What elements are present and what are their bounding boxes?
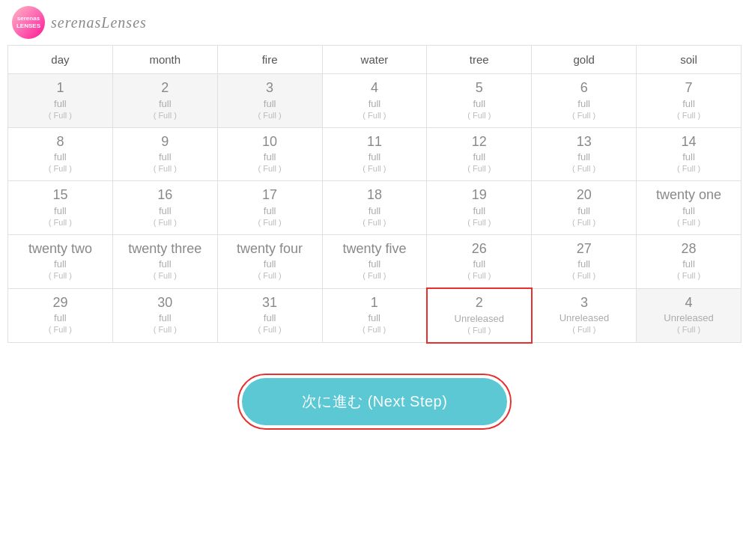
day-number: 8 (56, 134, 64, 150)
day-number: 2 (476, 295, 483, 311)
day-sub: ( Full ) (363, 111, 386, 120)
calendar-cell[interactable]: twenty threefull( Full ) (112, 234, 217, 288)
calendar-cell[interactable]: 19full( Full ) (427, 181, 532, 235)
day-number: 4 (685, 295, 693, 311)
day-sub: ( Full ) (467, 271, 491, 280)
calendar-cell[interactable]: 31full( Full ) (217, 288, 322, 343)
day-number: 2 (161, 80, 169, 97)
day-number: twenty two (28, 241, 92, 258)
calendar-cell[interactable]: 30full( Full ) (112, 288, 217, 343)
calendar-cell[interactable]: 6full( Full ) (532, 74, 637, 128)
next-step-button[interactable]: 次に進む (Next Step) (242, 378, 508, 425)
day-number: 19 (472, 187, 487, 204)
cell-inner: 2full( Full ) (118, 80, 213, 120)
day-label: full (159, 98, 172, 109)
day-label: full (473, 98, 485, 109)
day-number: 29 (52, 295, 67, 311)
calendar-cell[interactable]: 10full( Full ) (217, 127, 322, 181)
calendar-cell[interactable]: 3Unreleased( Full ) (532, 288, 637, 343)
calendar-cell[interactable]: 5full( Full ) (427, 74, 532, 128)
calendar-cell[interactable]: twenty twofull( Full ) (8, 234, 113, 288)
cell-inner: 10full( Full ) (222, 134, 318, 174)
cell-inner: twenty fivefull( Full ) (327, 241, 422, 281)
calendar-cell[interactable]: twenty fourfull( Full ) (217, 234, 322, 288)
calendar-body: 1full( Full )2full( Full )3full( Full )4… (8, 74, 742, 343)
calendar-cell[interactable]: 8full( Full ) (8, 127, 113, 181)
calendar-cell[interactable]: 1full( Full ) (8, 74, 113, 128)
day-sub: ( Full ) (572, 271, 595, 280)
calendar-cell[interactable]: 28full( Full ) (637, 234, 742, 288)
calendar-cell[interactable]: 29full( Full ) (8, 288, 113, 343)
calendar-cell[interactable]: 20full( Full ) (532, 181, 637, 235)
day-label: full (264, 312, 276, 323)
cell-inner: 1full( Full ) (13, 80, 108, 120)
calendar-row: 1full( Full )2full( Full )3full( Full )4… (8, 74, 742, 128)
day-sub: ( Full ) (258, 111, 282, 120)
calendar-cell[interactable]: 12full( Full ) (427, 127, 532, 181)
day-label: full (159, 151, 172, 162)
calendar-row: twenty twofull( Full )twenty threefull( … (8, 234, 742, 288)
day-label: full (264, 205, 276, 216)
calendar-cell[interactable]: 27full( Full ) (532, 234, 637, 288)
calendar-cell[interactable]: 16full( Full ) (112, 181, 217, 235)
day-sub: ( Full ) (258, 218, 282, 227)
calendar-cell[interactable]: 17full( Full ) (217, 181, 322, 235)
calendar-cell[interactable]: 14full( Full ) (637, 127, 742, 181)
day-number: 9 (161, 134, 169, 150)
day-sub: ( Full ) (677, 164, 700, 173)
cell-inner: 8full( Full ) (13, 134, 108, 174)
cell-inner: 2Unreleased( Full ) (432, 295, 527, 335)
calendar-cell[interactable]: 18full( Full ) (322, 181, 427, 235)
calendar-cell[interactable]: 2full( Full ) (112, 74, 217, 128)
day-label: full (682, 151, 695, 162)
day-label: full (682, 205, 695, 216)
day-sub: ( Full ) (258, 164, 282, 173)
cell-inner: 3full( Full ) (222, 80, 318, 120)
calendar-cell[interactable]: 15full( Full ) (8, 181, 113, 235)
calendar-cell[interactable]: 9full( Full ) (112, 127, 217, 181)
cell-inner: 9full( Full ) (118, 134, 213, 174)
cell-inner: 19full( Full ) (431, 187, 527, 227)
day-sub: ( Full ) (49, 271, 72, 280)
day-sub: ( Full ) (49, 325, 72, 334)
calendar-cell[interactable]: 3full( Full ) (217, 74, 322, 128)
day-number: 3 (266, 80, 273, 97)
logo-circle: serenasLENSES (12, 6, 45, 39)
calendar-cell[interactable]: 2Unreleased( Full ) (427, 288, 532, 343)
day-number: twenty five (342, 241, 406, 258)
day-sub: ( Full ) (677, 111, 700, 120)
calendar-cell[interactable]: 4Unreleased( Full ) (637, 288, 742, 343)
day-sub: ( Full ) (154, 271, 177, 280)
day-sub: ( Full ) (677, 325, 700, 334)
col-day: day (8, 46, 113, 74)
calendar-cell[interactable]: 11full( Full ) (322, 127, 427, 181)
day-label: full (473, 258, 485, 270)
calendar-cell[interactable]: 7full( Full ) (637, 74, 742, 128)
day-number: 31 (262, 295, 277, 311)
cell-inner: 12full( Full ) (431, 134, 527, 174)
day-label: full (369, 151, 381, 162)
calendar-cell[interactable]: 1full( Full ) (322, 288, 427, 343)
cell-inner: 3Unreleased( Full ) (537, 295, 631, 335)
col-tree: tree (427, 46, 532, 74)
cell-inner: 20full( Full ) (536, 187, 631, 227)
cell-inner: 18full( Full ) (327, 187, 422, 227)
day-label: full (54, 312, 67, 323)
day-number: 1 (371, 295, 378, 311)
day-label: full (264, 258, 276, 270)
calendar-cell[interactable]: 13full( Full ) (532, 127, 637, 181)
day-label: full (682, 258, 695, 270)
day-label: full (473, 205, 485, 216)
calendar-cell[interactable]: 4full( Full ) (322, 74, 427, 128)
day-label: full (577, 258, 590, 270)
calendar-row: 8full( Full )9full( Full )10full( Full )… (8, 127, 742, 181)
cell-inner: twenty twofull( Full ) (13, 241, 108, 281)
logo-area: serenasLENSES serenasLenses (12, 6, 147, 39)
calendar-table: day month fire water tree gold soil 1ful… (7, 45, 742, 344)
day-sub: ( Full ) (49, 218, 72, 227)
calendar-cell[interactable]: twenty onefull( Full ) (637, 181, 742, 235)
calendar-cell[interactable]: 26full( Full ) (427, 234, 532, 288)
cell-inner: twenty threefull( Full ) (118, 241, 213, 281)
cell-inner: 29full( Full ) (13, 295, 108, 335)
calendar-cell[interactable]: twenty fivefull( Full ) (322, 234, 427, 288)
